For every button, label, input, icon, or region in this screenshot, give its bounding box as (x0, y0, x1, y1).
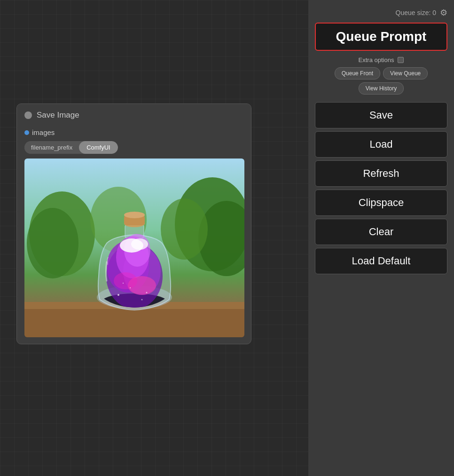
svg-point-23 (114, 272, 137, 289)
view-history-button[interactable]: View History (359, 82, 404, 95)
svg-point-25 (146, 292, 148, 294)
clear-button[interactable]: Clear (315, 219, 447, 245)
svg-point-27 (141, 299, 143, 301)
images-label-wrap: images (24, 128, 55, 136)
gear-icon[interactable]: ⚙ (440, 8, 447, 18)
svg-point-26 (130, 287, 131, 288)
queue-size-text: Queue size: 0 (396, 9, 436, 16)
svg-point-6 (161, 198, 208, 260)
filename-prefix-key: filename_prefix (24, 141, 79, 154)
node-body: images filename_prefix ComfyUI (17, 125, 251, 344)
queue-prompt-button[interactable]: Queue Prompt (315, 23, 447, 51)
node-header: Save Image (17, 104, 251, 125)
svg-point-13 (124, 212, 145, 218)
small-buttons-row2: View History (315, 82, 447, 95)
clipspace-button[interactable]: Clipspace (315, 190, 447, 216)
refresh-button[interactable]: Refresh (315, 160, 447, 187)
extra-options-checkbox[interactable] (398, 57, 404, 63)
extra-options-row: Extra options (315, 56, 447, 63)
blue-dot-icon (24, 130, 29, 135)
svg-point-28 (123, 283, 124, 284)
svg-point-2 (27, 208, 78, 278)
images-label: images (32, 128, 55, 136)
svg-point-24 (117, 294, 119, 296)
load-button[interactable]: Load (315, 131, 447, 158)
node-circle-icon (24, 111, 32, 119)
node-panel: Save Image images filename_prefix ComfyU… (16, 103, 251, 344)
node-images-row: images (24, 128, 243, 136)
small-buttons-row1: Queue Front View Queue (315, 67, 447, 79)
node-title: Save Image (37, 111, 79, 120)
filename-prefix-value[interactable]: ComfyUI (79, 141, 118, 154)
filename-row: filename_prefix ComfyUI (24, 141, 118, 154)
extra-options-label: Extra options (359, 56, 394, 63)
view-queue-button[interactable]: View Queue (383, 67, 428, 79)
queue-front-button[interactable]: Queue Front (335, 67, 380, 79)
action-buttons: Save Load Refresh Clipspace Clear Load D… (315, 102, 447, 274)
queue-size-row: Queue size: 0 ⚙ (315, 8, 447, 18)
load-default-button[interactable]: Load Default (315, 248, 447, 274)
node-image-preview (24, 159, 244, 337)
svg-point-21 (131, 238, 148, 250)
right-panel: Queue size: 0 ⚙ Queue Prompt Extra optio… (308, 0, 454, 476)
save-button[interactable]: Save (315, 102, 447, 128)
